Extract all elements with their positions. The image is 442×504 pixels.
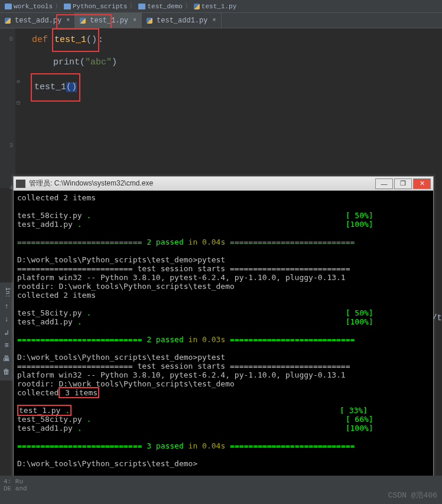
breadcrumb-item[interactable]: test_1.py xyxy=(194,3,236,10)
status-bar: 4: Ru DE and xyxy=(0,476,442,504)
side-toolbar: in: ↑ ↓ ↲ ≡ 🖶 🗑 xyxy=(0,282,13,381)
chevron-right-icon: 〉 xyxy=(55,2,61,11)
breadcrumb-item[interactable]: Python_scripts xyxy=(64,3,127,10)
parens: () xyxy=(86,35,97,45)
python-file-icon xyxy=(147,18,152,24)
chevron-right-icon: 〉 xyxy=(185,2,191,11)
python-file-icon xyxy=(80,18,86,24)
editor-tabs: test_add.py× test_1.py× test_add1.py× xyxy=(0,13,442,28)
bars-icon[interactable]: ≡ xyxy=(2,342,11,350)
breadcrumb-item[interactable]: test_demo xyxy=(138,3,182,10)
chevron-right-icon: 〉 xyxy=(129,2,136,11)
string-literal: "abc" xyxy=(85,57,112,67)
trash-icon[interactable]: 🗑 xyxy=(2,368,11,376)
breadcrumb: work_tools 〉 Python_scripts 〉 test_demo … xyxy=(0,0,442,13)
side-label: in: xyxy=(2,287,11,298)
arrow-up-icon[interactable]: ↑ xyxy=(2,303,11,311)
status-text: DE and xyxy=(4,485,438,492)
arrow-down-icon[interactable]: ↓ xyxy=(2,316,11,324)
window-titlebar[interactable]: 管理员: C:\Windows\system32\cmd.exe — ❐ ✕ xyxy=(14,177,433,191)
folder-icon xyxy=(5,4,12,9)
tab-test-add1[interactable]: test_add1.py× xyxy=(142,13,221,28)
maximize-button[interactable]: ❐ xyxy=(394,178,412,189)
line-number: 8 xyxy=(0,28,15,50)
watermark: CSDN @浩406 xyxy=(388,490,437,500)
function-name: test_1 xyxy=(54,35,86,45)
fold-end-icon[interactable]: ⊟ xyxy=(17,99,20,106)
code-line: def test_1(): xyxy=(0,28,442,52)
terminal-output[interactable]: collected 2 items test_58city.py . [ 50%… xyxy=(14,191,433,491)
folder-icon xyxy=(64,4,71,9)
builtin-print: print xyxy=(53,57,80,67)
python-file-icon xyxy=(194,4,200,9)
window-title: 管理员: C:\Windows\system32\cmd.exe xyxy=(29,178,375,188)
annotation-highlight: 3 items xyxy=(58,387,99,398)
fold-icon[interactable]: ⊖ xyxy=(17,78,20,85)
close-icon[interactable]: × xyxy=(133,17,136,24)
editor-gutter: 8 3 4 xyxy=(0,28,15,188)
parens: () xyxy=(66,82,77,92)
print-icon[interactable]: 🖶 xyxy=(2,355,11,363)
folder-icon xyxy=(138,4,145,9)
code-editor[interactable]: 8 3 4 ⊖ ⊟ def test_1(): print("abc") tes… xyxy=(0,28,442,188)
breadcrumb-item[interactable]: work_tools xyxy=(5,3,53,10)
code-line: test_1() xyxy=(0,73,442,102)
cmd-icon xyxy=(16,180,25,188)
tab-test-1[interactable]: test_1.py× xyxy=(75,13,142,28)
minimize-button[interactable]: — xyxy=(375,178,393,189)
code-line: print("abc") xyxy=(0,52,442,73)
wrap-icon[interactable]: ↲ xyxy=(2,329,11,337)
terminal-window[interactable]: 管理员: C:\Windows\system32\cmd.exe — ❐ ✕ c… xyxy=(13,176,434,492)
tab-test-add[interactable]: test_add.py× xyxy=(0,13,75,28)
line-number: 3 xyxy=(0,135,15,156)
keyword-def: def xyxy=(32,35,48,45)
status-text[interactable]: 4: Ru xyxy=(4,478,438,485)
close-icon[interactable]: × xyxy=(212,17,216,24)
close-icon[interactable]: × xyxy=(66,17,70,24)
python-file-icon xyxy=(5,18,11,24)
close-button[interactable]: ✕ xyxy=(413,178,431,189)
function-call: test_1 xyxy=(34,82,66,92)
